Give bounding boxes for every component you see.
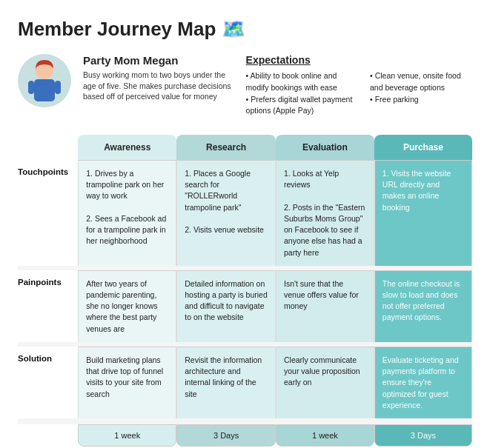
painpoints-purchase-text: The online checkout is slow to load and … — [383, 279, 460, 322]
duration-awareness: 1 week — [78, 424, 176, 447]
expectation-item: Prefers digital wallet payment options (… — [246, 94, 358, 118]
stage-header-evaluation: Evaluation — [276, 135, 374, 160]
solution-purchase-text: Evaluate ticketing and payments platform… — [383, 355, 459, 409]
spacer-3 — [18, 418, 472, 424]
expectation-item: Free parking — [370, 94, 472, 106]
duration-empty — [18, 424, 78, 447]
expectations-list-2: Clean venue, onsite food and beverage op… — [370, 70, 472, 117]
touchpoints-label: Touchpoints — [18, 160, 78, 266]
duration-awareness-cell: 1 week — [78, 424, 176, 447]
title-text: Member Journey Map — [18, 18, 216, 41]
solution-label: Solution — [18, 347, 78, 418]
touchpoints-evaluation-text: 1. Looks at Yelp reviews 2. Posts in the… — [284, 169, 365, 257]
empty-header — [18, 135, 78, 160]
solution-purchase: Evaluate ticketing and payments platform… — [374, 347, 472, 418]
svg-rect-4 — [55, 81, 61, 94]
page-title: Member Journey Map 🗺️ — [18, 18, 472, 41]
duration-research: 3 Days — [176, 424, 276, 447]
expectations-title: Expectations — [246, 54, 472, 66]
painpoints-evaluation-text: Isn't sure that the venue offers value f… — [284, 279, 359, 310]
painpoints-awareness: After two years of pandemic parenting, s… — [78, 270, 176, 342]
stage-header-awareness: Awareness — [78, 135, 176, 160]
avatar — [18, 54, 71, 107]
touchpoints-research-text: 1. Places a Google search for "ROLLERwor… — [185, 169, 264, 234]
journey-table: Awareness Research Evaluation Purchase T… — [18, 135, 472, 447]
touchpoints-row: Touchpoints 1. Drives by a trampoline pa… — [18, 160, 472, 266]
duration-purchase-cell: 3 Days — [374, 424, 472, 447]
persona-info: Party Mom Megan Busy working mom to two … — [83, 54, 234, 102]
painpoints-research-text: Detailed information on hosting a party … — [185, 279, 267, 322]
duration-evaluation-cell: 1 week — [276, 424, 374, 447]
svg-rect-3 — [28, 81, 34, 94]
solution-row: Solution Build marketing plans that driv… — [18, 347, 472, 418]
expectations-section: Expectations Ability to book online and … — [246, 54, 472, 117]
touchpoints-awareness: 1. Drives by a trampoline park on her wa… — [78, 160, 176, 266]
title-icon: 🗺️ — [222, 18, 245, 41]
persona-section: Party Mom Megan Busy working mom to two … — [18, 54, 472, 117]
solution-evaluation-text: Clearly communicate your value propositi… — [284, 355, 360, 387]
stage-header-purchase: Purchase — [374, 135, 472, 160]
expectations-list-1: Ability to book online and modify bookin… — [246, 70, 358, 117]
persona-name: Party Mom Megan — [83, 54, 234, 67]
duration-research-cell: 3 Days — [176, 424, 276, 447]
svg-rect-1 — [34, 79, 55, 101]
touchpoints-purchase-text: 1. Visits the website URL directly and m… — [383, 169, 451, 212]
touchpoints-evaluation: 1. Looks at Yelp reviews 2. Posts in the… — [276, 160, 374, 266]
persona-figure — [22, 54, 67, 107]
header-row: Awareness Research Evaluation Purchase — [18, 135, 472, 160]
touchpoints-awareness-text: 1. Drives by a trampoline park on her wa… — [86, 169, 166, 245]
painpoints-row: Painpoints After two years of pandemic p… — [18, 270, 472, 342]
touchpoints-purchase: 1. Visits the website URL directly and m… — [374, 160, 472, 266]
touchpoints-research: 1. Places a Google search for "ROLLERwor… — [176, 160, 276, 266]
painpoints-research: Detailed information on hosting a party … — [176, 270, 276, 342]
solution-awareness-text: Build marketing plans that drive top of … — [86, 355, 163, 398]
painpoints-label: Painpoints — [18, 270, 78, 342]
expectation-item: Ability to book online and modify bookin… — [246, 70, 358, 94]
painpoints-awareness-text: After two years of pandemic parenting, s… — [86, 279, 157, 333]
solution-research: Revisit the information architecture and… — [176, 347, 276, 418]
stage-header-research: Research — [176, 135, 276, 160]
persona-description: Busy working mom to two boys under the a… — [83, 70, 234, 102]
painpoints-purchase: The online checkout is slow to load and … — [374, 270, 472, 342]
duration-evaluation: 1 week — [276, 424, 374, 447]
duration-purchase: 3 Days — [374, 424, 472, 447]
expectations-columns: Ability to book online and modify bookin… — [246, 70, 472, 117]
solution-research-text: Revisit the information architecture and… — [185, 355, 262, 398]
painpoints-evaluation: Isn't sure that the venue offers value f… — [276, 270, 374, 342]
solution-evaluation: Clearly communicate your value propositi… — [276, 347, 374, 418]
expectation-item: Clean venue, onsite food and beverage op… — [370, 70, 472, 94]
solution-awareness: Build marketing plans that drive top of … — [78, 347, 176, 418]
duration-row: 1 week 3 Days 1 week 3 Days — [18, 424, 472, 447]
